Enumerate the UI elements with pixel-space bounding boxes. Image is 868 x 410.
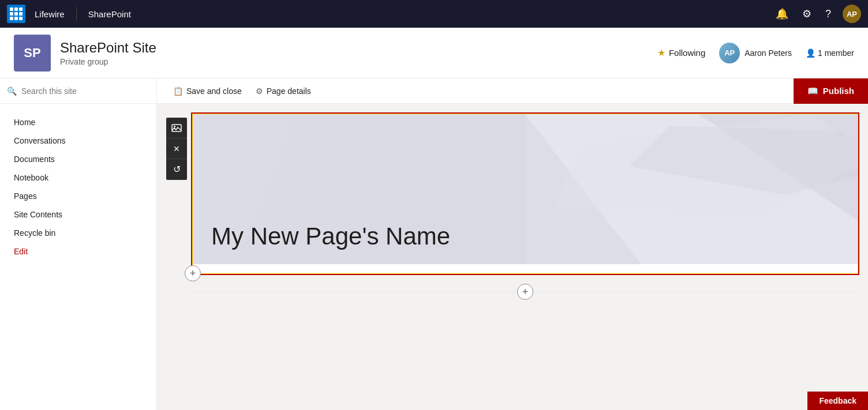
content-area: ✕ ↺: [157, 104, 868, 410]
sidebar-item-recycle-bin[interactable]: Recycle bin: [0, 224, 156, 242]
nav-right-area: 🔔 ⚙ ? AP: [773, 5, 861, 23]
image-icon: [171, 123, 182, 133]
sidebar-item-documents[interactable]: Documents: [0, 150, 156, 168]
help-button[interactable]: ?: [823, 6, 833, 22]
site-header: SP SharePoint Site Private group ★ Follo…: [0, 28, 868, 78]
star-icon: ★: [657, 47, 665, 58]
sidebar-item-pages[interactable]: Pages: [0, 187, 156, 205]
top-navigation: Lifewire SharePoint 🔔 ⚙ ? AP: [0, 0, 868, 28]
hero-image: [193, 114, 858, 264]
app-launcher-button[interactable]: [7, 5, 25, 23]
site-info: SharePoint Site Private group: [60, 40, 156, 66]
member-name: Aaron Peters: [744, 48, 792, 58]
nav-divider: [76, 7, 77, 21]
sidebar: Home Conversations Documents Notebook Pa…: [0, 104, 157, 410]
page-details-button[interactable]: ⚙ Page details: [249, 83, 318, 99]
settings-button[interactable]: ⚙: [800, 5, 814, 22]
site-logo: SP: [14, 35, 51, 72]
search-icon: 🔍: [7, 86, 17, 96]
save-icon: 📋: [173, 86, 183, 96]
add-section-button[interactable]: +: [517, 284, 533, 300]
toolbar-actions: 📋 Save and close ⚙ Page details: [157, 83, 794, 99]
float-toolbar: ✕ ↺: [166, 118, 187, 180]
save-close-button[interactable]: 📋 Save and close: [166, 83, 249, 99]
site-title: SharePoint Site: [60, 40, 156, 56]
search-input[interactable]: [21, 86, 149, 96]
platform-name: SharePoint: [88, 9, 131, 19]
member-avatar-inner: AP: [719, 43, 740, 63]
avatar-initials: AP: [847, 10, 857, 18]
user-avatar[interactable]: AP: [843, 5, 861, 23]
feedback-button[interactable]: Feedback: [807, 392, 868, 410]
undo-icon: ↺: [173, 165, 181, 174]
svg-point-1: [174, 126, 175, 127]
publish-book-icon: 📖: [807, 86, 818, 96]
add-content-left-button[interactable]: +: [185, 265, 201, 281]
plus-icon: +: [190, 268, 196, 280]
member-count-label: 1 member: [818, 48, 854, 58]
person-icon: 👤: [806, 48, 815, 58]
search-area: 🔍: [0, 78, 157, 103]
site-subtitle: Private group: [60, 57, 156, 66]
page-title-input[interactable]: [193, 213, 858, 264]
svg-rect-0: [172, 125, 181, 131]
page-editor: +: [192, 113, 859, 274]
sidebar-item-home[interactable]: Home: [0, 113, 156, 131]
member-avatar[interactable]: AP: [719, 43, 740, 63]
save-close-label: Save and close: [186, 86, 242, 96]
page-editor-wrapper: ✕ ↺: [192, 113, 859, 307]
add-section-line-right: [533, 292, 859, 292]
site-logo-text: SP: [24, 46, 40, 61]
sidebar-item-notebook[interactable]: Notebook: [0, 168, 156, 187]
change-image-button[interactable]: [166, 118, 187, 138]
member-info: AP Aaron Peters: [719, 43, 792, 63]
following-button[interactable]: ★ Following: [657, 47, 705, 58]
page-details-label: Page details: [267, 86, 311, 96]
sidebar-item-site-contents[interactable]: Site Contents: [0, 205, 156, 224]
add-section-plus-icon: +: [522, 286, 529, 298]
add-section-row: +: [192, 277, 859, 307]
delete-button[interactable]: ✕: [166, 138, 187, 159]
member-count: 👤 1 member: [806, 48, 854, 58]
main-layout: Home Conversations Documents Notebook Pa…: [0, 104, 868, 410]
sidebar-item-edit[interactable]: Edit: [0, 242, 156, 261]
add-section-line-left: [192, 292, 517, 292]
undo-button[interactable]: ↺: [166, 159, 187, 180]
gear-icon: ⚙: [256, 86, 263, 96]
app-name: Lifewire: [35, 9, 65, 19]
sidebar-item-conversations[interactable]: Conversations: [0, 131, 156, 150]
site-header-right: ★ Following AP Aaron Peters 👤 1 member: [657, 43, 854, 63]
publish-button[interactable]: 📖 Publish: [794, 78, 868, 104]
publish-label: Publish: [823, 86, 854, 96]
toolbar: 🔍 📋 Save and close ⚙ Page details 📖 Publ…: [0, 78, 868, 104]
notifications-button[interactable]: 🔔: [773, 5, 791, 22]
close-icon: ✕: [173, 145, 180, 153]
following-label: Following: [669, 48, 705, 58]
